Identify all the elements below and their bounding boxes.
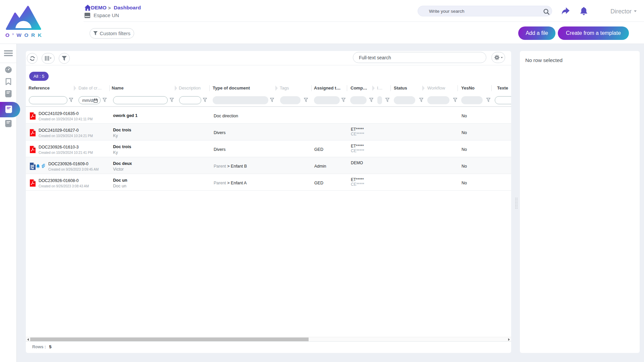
svg-text:O’WORK: O’WORK xyxy=(5,32,42,38)
